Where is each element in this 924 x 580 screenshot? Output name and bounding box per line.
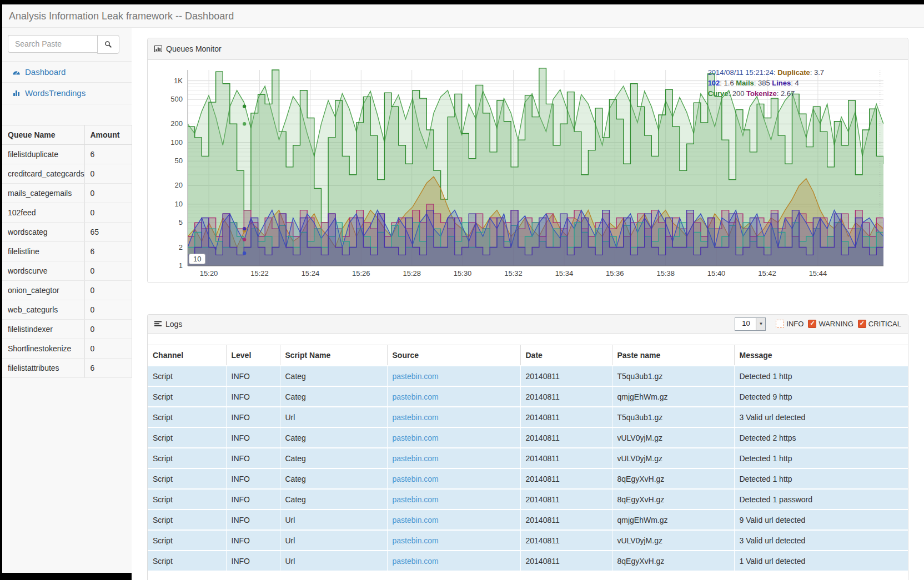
filter-label: CRITICAL: [868, 320, 901, 328]
log-cell-message: 1 Valid url detected: [734, 551, 908, 571]
svg-text:15:42: 15:42: [758, 269, 776, 278]
svg-text:15:40: 15:40: [707, 269, 726, 278]
queue-cell: creditcard_categcards: [2, 164, 84, 184]
legend-segment: 2014/08/11 15:21:24:: [708, 68, 776, 77]
log-cell-source: pastebin.com: [387, 551, 520, 571]
source-link[interactable]: pastebin.com: [393, 536, 439, 545]
legend-segment: : 200: [729, 89, 747, 98]
log-row: ScriptINFOCategpastebin.com201408118qEgy…: [148, 489, 908, 510]
queue-cell: onion_categtor: [2, 281, 84, 300]
svg-text:20: 20: [175, 181, 183, 189]
screen: Analysis Information Leak framework -- D…: [0, 0, 924, 580]
search-button[interactable]: [97, 35, 119, 54]
svg-text:15:24: 15:24: [302, 269, 320, 278]
source-link[interactable]: pastebin.com: [393, 372, 439, 381]
source-link[interactable]: pastebin.com: [393, 433, 439, 442]
log-cell-level: INFO: [226, 427, 280, 448]
checkbox-icon[interactable]: [776, 320, 784, 328]
queue-row: mails_categemails0: [2, 184, 132, 203]
queue-row: creditcard_categcards0: [2, 164, 132, 184]
queue-col-name: Queue Name: [2, 125, 84, 145]
queue-cell: 0: [84, 300, 132, 320]
dashboard-icon: [12, 68, 21, 76]
queue-cell: Shortlinestokenize: [2, 339, 84, 359]
svg-text:15:22: 15:22: [250, 269, 269, 278]
stats-icon: [12, 89, 21, 97]
log-cell-source: pastebin.com: [387, 468, 520, 489]
legend-segment: Mails: [736, 79, 754, 87]
filter-info[interactable]: INFO: [776, 320, 804, 328]
source-link[interactable]: pastebin.com: [393, 475, 439, 483]
log-cell-date: 20140811: [520, 468, 612, 489]
page-size-select[interactable]: 10 ▼: [735, 317, 766, 331]
svg-text:15:36: 15:36: [606, 269, 624, 278]
log-cell-message: 3 Valid url detected: [734, 530, 908, 551]
source-link[interactable]: pastebin.com: [393, 557, 439, 566]
sidebar-item-wordstrendings[interactable]: WordsTrendings: [2, 83, 132, 103]
app-title[interactable]: Analysis Information Leak framework -- D…: [9, 4, 234, 28]
source-link[interactable]: pastebin.com: [393, 516, 439, 524]
svg-text:100: 100: [170, 138, 183, 147]
legend-line: Curve: 200 Tokenize: 2.67: [708, 88, 824, 99]
legend-segment: : 385: [754, 79, 772, 87]
filter-warning[interactable]: WARNING: [808, 320, 853, 328]
source-link[interactable]: pastebin.com: [393, 392, 439, 401]
log-cell-source: pastebin.com: [387, 510, 520, 530]
log-cell-paste: 8qEgyXvH.gz: [612, 489, 734, 510]
log-cell-script: Categ: [280, 489, 387, 510]
svg-text:10: 10: [175, 200, 183, 208]
svg-text:15:44: 15:44: [809, 269, 827, 278]
source-link[interactable]: pastebin.com: [393, 413, 439, 422]
log-cell-channel: Script: [148, 551, 226, 571]
log-row: ScriptINFOUrlpastebin.com20140811T5qu3ub…: [148, 407, 908, 427]
queue-cell: 0: [84, 203, 132, 223]
log-cell-channel: Script: [148, 427, 226, 448]
svg-text:2: 2: [179, 243, 183, 251]
logs-column-header: Script Name: [280, 345, 387, 366]
checkbox-icon[interactable]: [808, 320, 816, 328]
queue-cell: 6: [84, 242, 132, 261]
log-cell-message: 9 Valid url detected: [734, 510, 908, 530]
log-cell-level: INFO: [226, 366, 280, 386]
log-cell-script: Url: [280, 510, 387, 530]
log-cell-channel: Script: [148, 448, 226, 468]
sidebar-item-dashboard[interactable]: Dashboard: [2, 62, 132, 82]
source-link[interactable]: pastebin.com: [393, 495, 439, 504]
queue-cell: 0: [84, 164, 132, 184]
queue-row: filelistduplicate6: [2, 145, 132, 164]
log-cell-level: INFO: [226, 386, 280, 407]
svg-text:15:26: 15:26: [352, 269, 370, 278]
checkbox-icon[interactable]: [858, 320, 866, 328]
search-icon: [104, 41, 112, 48]
filter-critical[interactable]: CRITICAL: [858, 320, 901, 328]
log-cell-channel: Script: [148, 407, 226, 427]
log-cell-channel: Script: [148, 530, 226, 551]
log-cell-channel: Script: [148, 489, 226, 510]
log-cell-script: Categ: [280, 448, 387, 468]
queue-cell: wordscurve: [2, 261, 84, 281]
filter-label: INFO: [786, 320, 804, 328]
svg-text:15:34: 15:34: [555, 269, 574, 278]
queue-row: Shortlinestokenize0: [2, 339, 132, 359]
queue-cell: filelistline: [2, 242, 84, 261]
search-input[interactable]: [8, 35, 97, 53]
log-cell-date: 20140811: [520, 551, 612, 571]
log-cell-channel: Script: [148, 386, 226, 407]
log-row: ScriptINFOCategpastebin.com20140811qmjgE…: [148, 386, 908, 407]
log-cell-source: pastebin.com: [387, 489, 520, 510]
log-cell-date: 20140811: [520, 386, 612, 407]
log-cell-paste: 8qEgyXvH.gz: [612, 468, 734, 489]
log-cell-paste: vULV0yjM.gz: [612, 448, 734, 468]
queues-panel-title: Queues Monitor: [166, 44, 222, 53]
log-cell-date: 20140811: [520, 427, 612, 448]
legend-segment: : 4: [791, 79, 799, 87]
divider: [2, 104, 132, 104]
log-cell-message: Detected 1 http: [734, 366, 908, 386]
legend-segment: Lines: [772, 79, 791, 87]
queues-chart[interactable]: 15:2015:2215:2415:2615:2815:3015:3215:34…: [148, 60, 908, 283]
log-row: ScriptINFOUrlpastebin.com20140811qmjgEhW…: [148, 510, 908, 530]
queue-row: wordscateg65: [2, 223, 132, 242]
legend-segment: Tokenize: [746, 89, 777, 98]
log-cell-paste: T5qu3ub1.gz: [612, 407, 734, 427]
source-link[interactable]: pastebin.com: [393, 454, 439, 463]
